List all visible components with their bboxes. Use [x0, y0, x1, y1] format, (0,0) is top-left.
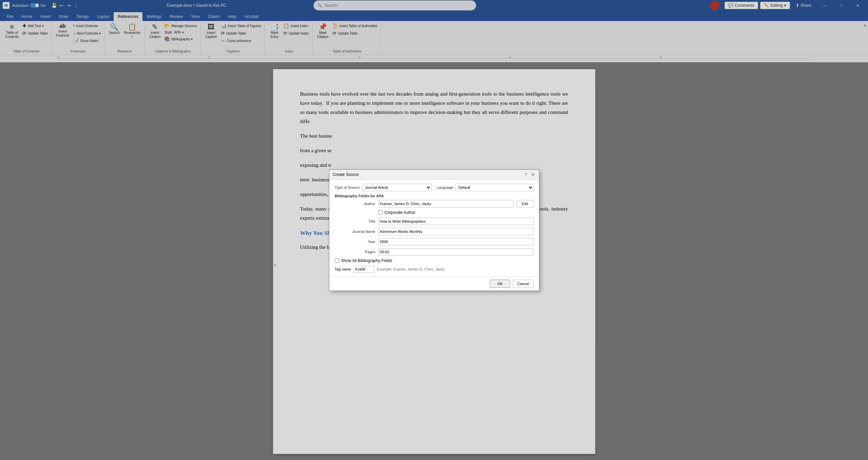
create-source-dialog: Create Source ? ✕ Type of Source Journal…: [329, 169, 539, 291]
dialog-help-button[interactable]: ?: [523, 172, 529, 177]
tag-section: Tag name Example: Kramer, James D; Chen,…: [335, 266, 534, 273]
year-label: Year: [335, 240, 375, 244]
year-input[interactable]: [378, 238, 534, 245]
dialog-body: Type of Source Journal Article Book Webs…: [329, 180, 539, 277]
top-row: Type of Source Journal Article Book Webs…: [335, 184, 534, 191]
title-label: Title: [335, 219, 375, 223]
modal-overlay: Create Source ? ✕ Type of Source Journal…: [0, 0, 868, 460]
pages-input[interactable]: [378, 248, 534, 256]
dialog-close-button[interactable]: ✕: [530, 172, 536, 177]
bibliography-section-label: Bibliography Fields for APA: [335, 194, 534, 198]
corporate-author-row: Corporate Author: [378, 210, 534, 215]
ok-button[interactable]: OK: [490, 280, 510, 288]
author-row: Author Edit: [335, 200, 534, 207]
dialog-title-bar: Create Source ? ✕: [329, 170, 539, 180]
tag-name-label: Tag name: [335, 267, 351, 271]
example-label: Example: Kramer, James D; Chen, Jacky: [377, 267, 445, 271]
journal-name-row: Journal Name: [335, 228, 534, 235]
year-row: Year: [335, 238, 534, 245]
corporate-author-label: Corporate Author: [385, 210, 416, 215]
corporate-author-checkbox[interactable]: [378, 210, 383, 215]
pages-row: Pages: [335, 248, 534, 256]
dialog-controls: ? ✕: [523, 172, 536, 177]
language-label: Language: [437, 185, 454, 189]
dialog-title: Create Source: [333, 172, 359, 177]
cancel-button[interactable]: Cancel: [513, 280, 533, 288]
journal-name-label: Journal Name: [335, 229, 375, 234]
show-all-row: Show All Bibliography Fields: [335, 258, 534, 263]
language-select[interactable]: Default English: [455, 184, 533, 191]
type-of-source-field: Type of Source Journal Article Book Webs…: [335, 184, 431, 191]
title-input[interactable]: [378, 218, 534, 225]
journal-name-input[interactable]: [378, 228, 534, 235]
title-row: Title: [335, 218, 534, 225]
show-all-label: Show All Bibliography Fields: [341, 258, 392, 263]
tag-name-input[interactable]: [354, 266, 374, 273]
language-field: Language Default English: [437, 184, 534, 191]
type-source-label: Type of Source: [335, 185, 360, 189]
edit-author-button[interactable]: Edit: [517, 200, 534, 207]
type-source-select[interactable]: Journal Article Book Website: [362, 184, 431, 191]
pages-label: Pages: [335, 250, 375, 254]
dialog-footer: OK Cancel: [329, 277, 539, 291]
author-label: Author: [335, 202, 375, 206]
author-input[interactable]: [378, 200, 514, 207]
show-all-checkbox[interactable]: [335, 258, 339, 263]
